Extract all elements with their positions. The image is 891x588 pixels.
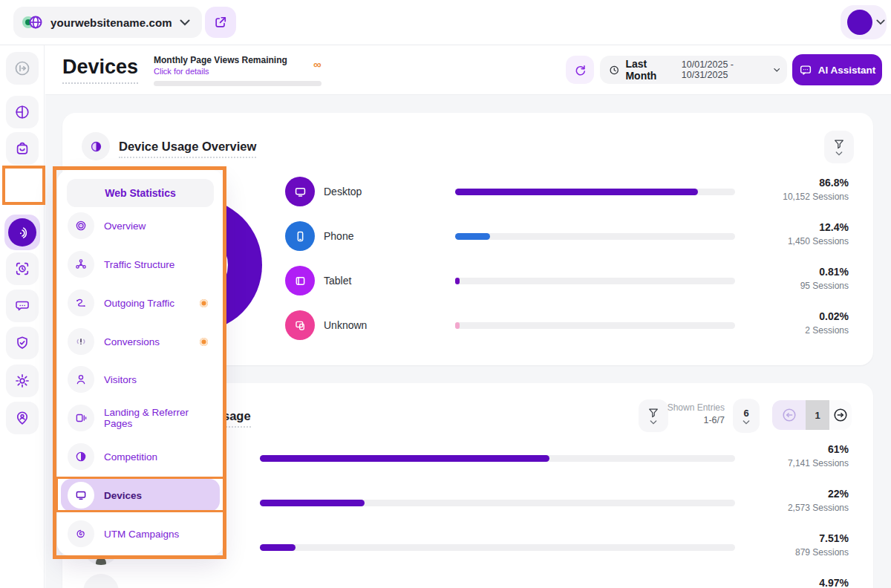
usage-sessions: 7,141 Sessions [788,458,849,468]
gear-icon [14,373,30,389]
quota-details-link[interactable]: Click for details [154,67,324,76]
device-bar-track [455,322,735,329]
sidebar-item-dashboard[interactable] [6,96,39,128]
usage-values: 61% 7,141 Sessions [788,443,849,468]
usage-bar-track [260,500,735,506]
device-label: Unknown [324,319,367,331]
pie-chart-icon [14,104,30,120]
menu-item-competition[interactable]: Competition [61,440,220,473]
arrow-left-circle-icon [781,407,797,423]
shopping-bag-icon [14,140,30,157]
current-page[interactable]: 1 [806,400,829,430]
quota-label: Monthly Page Views Remaining [154,55,324,65]
sidebar-item-web-statistics[interactable] [4,215,40,250]
next-page-button[interactable] [829,400,852,430]
device-bar-track [455,233,735,240]
chat-bubble-icon [14,298,30,314]
route-icon [68,290,94,316]
website-name: yourwebsitename.com [50,16,172,29]
usage-pct: 22% [788,488,849,500]
device-bar-track [455,278,735,284]
device-bar-track [455,189,735,195]
menu-item-conversions[interactable]: Conversions [61,325,220,358]
app-window: yourwebsitename.com [0,0,891,588]
device-sessions: 95 Sessions [800,281,849,291]
menu-item-visitors[interactable]: Visitors [61,363,220,396]
shield-check-icon [14,335,30,351]
device-pct: 12.4% [788,221,849,233]
device-values: 86.8% 10,152 Sessions [783,177,849,202]
menu-item-devices[interactable]: Devices [61,479,220,512]
menu-item-outgoing-traffic[interactable]: Outgoing Traffic [61,287,220,319]
usage-bar-track [260,455,735,462]
usage-row: 4.97% [62,569,873,588]
phone-icon [285,221,315,251]
usage-pct: 4.97% [819,577,849,588]
filter-button[interactable] [824,131,854,163]
sidebar-item-feedback[interactable] [6,290,39,322]
flyout-title: Web Statistics [105,187,175,199]
page-title: Devices [62,56,138,84]
spiral-icon [68,520,94,547]
sidebar-item-session-recordings[interactable] [6,252,39,285]
flyout-header: Web Statistics [67,179,214,207]
usage-bar-track [260,544,735,551]
page-size-select[interactable]: 6 [733,399,760,433]
sidebar-item-store[interactable] [6,132,39,165]
chevron-down-icon [876,19,885,25]
menu-item-landing-referrer-pages[interactable]: Landing & Referrer Pages [61,402,220,434]
top-bar: yourwebsitename.com [0,0,891,45]
tablet-icon [285,266,315,295]
notification-dot [200,338,208,346]
pagination: 1 [772,400,852,430]
device-pct: 86.8% [783,177,849,189]
sidebar-collapse-button[interactable] [6,52,39,85]
usage-values: 7.51% 879 Sessions [795,532,849,558]
open-website-button[interactable] [205,7,236,38]
page-size-value: 6 [743,408,748,419]
sidebar-item-settings[interactable] [6,365,39,397]
sidebar-item-visitor-location[interactable] [6,402,39,434]
menu-item-utm-campaigns[interactable]: UTM Campaigns [61,517,220,550]
device-values: 0.81% 95 Sessions [800,266,849,291]
device-sessions: 10,152 Sessions [783,192,849,202]
usage-card-title-partial: sage [223,409,251,428]
device-pct: 0.02% [805,310,849,322]
device-sessions: 1,450 Sessions [788,236,849,246]
usage-pct: 61% [788,443,849,455]
device-pct: 0.81% [800,266,849,278]
menu-item-traffic-structure[interactable]: Traffic Structure [61,248,220,281]
chevron-down-icon [180,19,190,26]
date-range-picker[interactable]: Last Month 10/01/2025 - 10/31/2025 [600,56,787,84]
quota-widget: Monthly Page Views Remaining Click for d… [154,55,324,86]
device-values: 0.02% 2 Sessions [805,310,849,336]
ai-assistant-label: AI Assistant [818,65,876,76]
ai-assistant-button[interactable]: AI Assistant [792,54,882,85]
usage-bar-fill [260,455,549,462]
website-selector[interactable]: yourwebsitename.com [13,7,202,38]
desktop-icon [285,177,315,206]
usage-values: 22% 2,573 Sessions [788,488,849,513]
person-icon [68,366,94,393]
shown-entries-label: Shown Entries [656,402,725,413]
device-label: Phone [324,230,353,242]
refresh-button[interactable] [566,56,594,84]
device-label: Tablet [324,275,351,287]
refresh-icon [573,63,587,77]
quota-infinity-value: ∞ [313,58,322,71]
web-statistics-flyout-menu: Web Statistics Overview Traffic Structur… [57,170,223,555]
website-favicon-icon [22,13,43,31]
user-menu[interactable] [841,5,887,39]
usage-bar-fill [260,544,296,551]
menu-item-overview[interactable]: Overview [61,209,220,242]
usage-row-icon [83,574,119,588]
monitor-icon [68,482,94,509]
arrow-right-circle-icon [832,407,849,423]
web-statistics-active-icon [8,218,36,246]
usage-pct: 7.51% [795,532,849,544]
chevron-down-icon [742,420,750,425]
device-values: 12.4% 1,450 Sessions [788,221,849,246]
sidebar-item-security[interactable] [6,327,39,359]
contrast-circle-icon [68,443,94,470]
prev-page-button[interactable] [772,400,806,430]
